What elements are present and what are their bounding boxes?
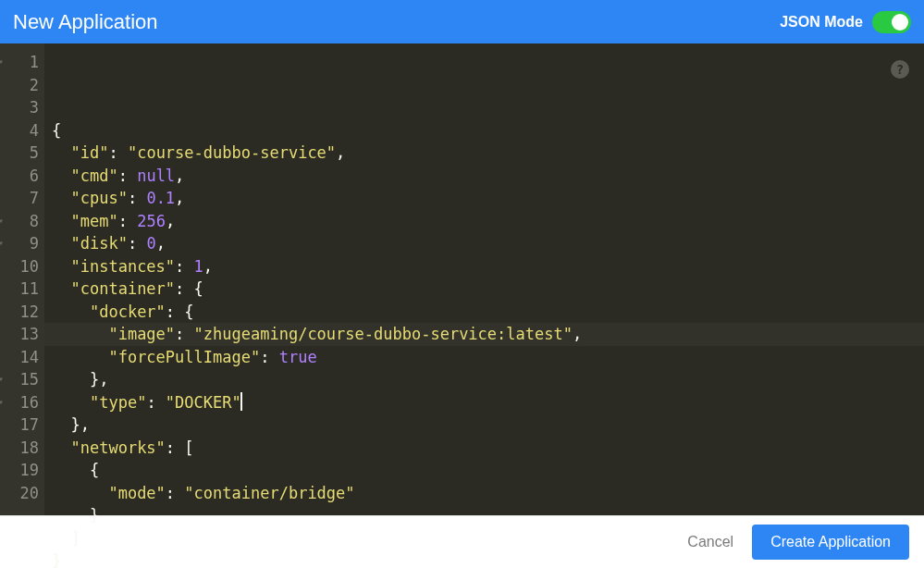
text-cursor-icon: [240, 392, 242, 411]
line-number: 17: [0, 414, 39, 437]
line-number: 12: [0, 301, 39, 324]
line-number: 16▾: [0, 391, 39, 414]
code-line[interactable]: "type": "DOCKER": [52, 391, 924, 414]
code-line[interactable]: "networks": [: [52, 437, 924, 460]
code-line[interactable]: "cmd": null,: [52, 165, 924, 188]
code-line[interactable]: "disk": 0,: [52, 232, 924, 255]
line-number: 15▾: [0, 368, 39, 391]
json-mode-toggle-group: JSON Mode: [780, 11, 911, 33]
code-line[interactable]: "forcePullImage": true: [52, 346, 924, 369]
line-number: 19: [0, 459, 39, 482]
fold-marker-icon[interactable]: ▾: [0, 51, 4, 74]
code-line[interactable]: "instances": 1,: [52, 255, 924, 278]
line-number: 9▾: [0, 232, 39, 255]
modal-header: New Application JSON Mode: [0, 0, 924, 43]
json-mode-label: JSON Mode: [780, 14, 863, 31]
code-line[interactable]: ]: [52, 527, 924, 550]
line-number: 7: [0, 187, 39, 210]
line-number: 11: [0, 278, 39, 301]
line-number: 2: [0, 74, 39, 97]
line-number: 10: [0, 255, 39, 278]
help-icon[interactable]: ?: [891, 60, 909, 79]
code-area[interactable]: { "id": "course-dubbo-service", "cmd": n…: [44, 43, 924, 515]
line-number: 20: [0, 482, 39, 505]
line-number: 14: [0, 346, 39, 369]
code-line[interactable]: "mode": "container/bridge": [52, 482, 924, 505]
fold-marker-icon[interactable]: ▾: [0, 391, 4, 414]
line-number-gutter: 1▾2345678▾9▾101112131415▾16▾17181920: [0, 43, 44, 515]
code-line[interactable]: "container": {: [52, 278, 924, 301]
line-number: 8▾: [0, 210, 39, 233]
code-line[interactable]: "docker": {: [52, 301, 924, 324]
line-number: 6: [0, 165, 39, 188]
fold-marker-icon[interactable]: ▾: [0, 232, 4, 255]
code-line[interactable]: },: [52, 414, 924, 437]
code-line[interactable]: {: [52, 119, 924, 142]
code-line[interactable]: }: [52, 504, 924, 527]
line-number: 4: [0, 119, 39, 142]
line-number: 5: [0, 142, 39, 165]
code-line[interactable]: "mem": 256,: [52, 210, 924, 233]
line-number: 1▾: [0, 51, 39, 74]
line-number: 18: [0, 437, 39, 460]
json-editor[interactable]: 1▾2345678▾9▾101112131415▾16▾17181920 { "…: [0, 43, 924, 515]
fold-marker-icon[interactable]: ▾: [0, 368, 4, 391]
code-line[interactable]: "image": "zhugeaming/course-dubbo-servic…: [52, 323, 924, 346]
code-line[interactable]: }: [52, 549, 924, 568]
line-number: 3: [0, 96, 39, 119]
code-line[interactable]: {: [52, 459, 924, 482]
json-mode-toggle[interactable]: [872, 11, 911, 33]
line-number: 13: [0, 323, 39, 346]
modal-title: New Application: [13, 10, 158, 34]
code-line[interactable]: },: [52, 368, 924, 391]
code-line[interactable]: "id": "course-dubbo-service",: [52, 142, 924, 165]
code-line[interactable]: "cpus": 0.1,: [52, 187, 924, 210]
toggle-thumb-icon: [892, 14, 908, 31]
fold-marker-icon[interactable]: ▾: [0, 210, 4, 233]
